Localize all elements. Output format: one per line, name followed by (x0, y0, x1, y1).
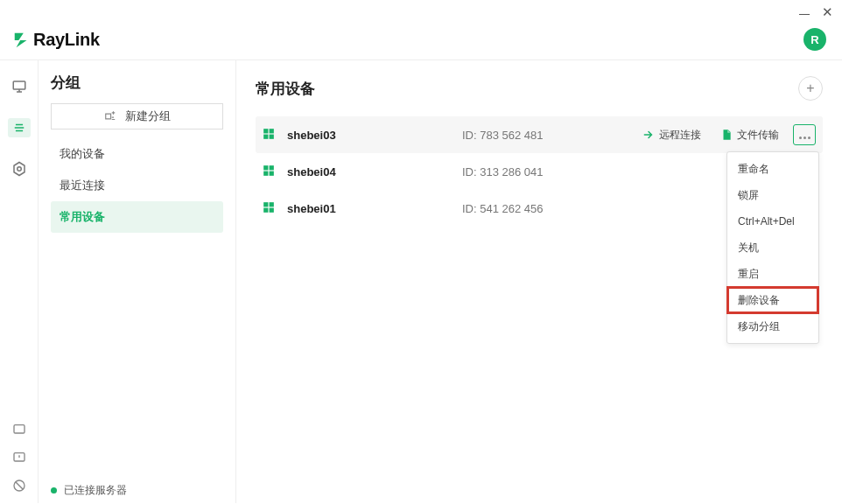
content-area: 常用设备 + shebei03ID: 783 562 481远程连接文件传输重命… (236, 60, 842, 503)
svg-rect-17 (270, 208, 274, 213)
device-row[interactable]: shebei03ID: 783 562 481远程连接文件传输重命名锁屏Ctrl… (256, 116, 823, 153)
remote-connect-button[interactable]: 远程连接 (637, 125, 706, 145)
svg-rect-15 (270, 202, 274, 206)
menu-item-3[interactable]: 关机 (727, 234, 818, 261)
new-group-label: 新建分组 (125, 108, 171, 124)
svg-rect-10 (263, 165, 268, 170)
status-dot-icon (51, 487, 57, 494)
nav-block-icon[interactable] (11, 477, 28, 494)
window-minimize-button[interactable] (799, 14, 810, 15)
user-avatar[interactable]: R (803, 28, 826, 51)
new-group-button[interactable]: 新建分组 (51, 103, 223, 130)
nav-feedback-icon[interactable] (11, 449, 28, 466)
svg-rect-13 (270, 172, 274, 176)
menu-item-0[interactable]: 重命名 (727, 156, 818, 182)
svg-rect-9 (270, 135, 274, 139)
arrow-right-icon (642, 129, 655, 141)
windows-icon (263, 164, 277, 178)
menu-item-1[interactable]: 锁屏 (727, 182, 818, 208)
logo-icon (12, 30, 32, 49)
menu-item-5[interactable]: 删除设备 (727, 287, 818, 313)
app-logo: RayLink (12, 30, 100, 50)
sidebar-item-1[interactable]: 最近连接 (51, 170, 223, 201)
file-transfer-button[interactable]: 文件传输 (715, 125, 784, 145)
sidebar: 分组 新建分组 我的设备最近连接常用设备 已连接服务器 (39, 60, 236, 503)
file-icon (720, 129, 733, 141)
menu-item-6[interactable]: 移动分组 (727, 313, 818, 340)
svg-point-2 (17, 167, 21, 172)
svg-rect-6 (263, 129, 268, 133)
device-name: shebei04 (287, 165, 462, 178)
device-name: shebei01 (287, 202, 462, 215)
sidebar-item-0[interactable]: 我的设备 (51, 138, 223, 170)
nav-desktop-icon[interactable] (11, 78, 28, 95)
nav-list-icon[interactable] (8, 118, 31, 137)
window-close-button[interactable]: ✕ (822, 4, 833, 20)
nav-chat-icon[interactable] (11, 421, 28, 438)
svg-rect-12 (263, 172, 268, 176)
svg-rect-16 (263, 208, 268, 213)
svg-rect-14 (263, 202, 268, 206)
menu-item-4[interactable]: 重启 (727, 261, 818, 287)
svg-rect-0 (13, 81, 25, 89)
windows-icon (263, 201, 277, 215)
menu-item-2[interactable]: Ctrl+Alt+Del (727, 208, 818, 234)
add-device-button[interactable]: + (798, 76, 823, 101)
logo-text: RayLink (33, 30, 100, 50)
svg-rect-8 (263, 135, 268, 139)
app-header: RayLink R (0, 24, 842, 60)
connection-status: 已连接服务器 (51, 483, 127, 498)
svg-rect-7 (270, 129, 274, 133)
svg-marker-1 (14, 163, 25, 176)
sidebar-title: 分组 (51, 73, 223, 93)
windows-icon (263, 128, 277, 142)
nav-settings-icon[interactable] (11, 160, 28, 178)
svg-rect-11 (270, 165, 274, 170)
device-id: ID: 783 562 481 (462, 129, 637, 142)
content-title: 常用设备 (256, 79, 315, 99)
more-actions-button[interactable] (793, 124, 816, 145)
status-text: 已连接服务器 (64, 483, 127, 498)
nav-rail (0, 60, 39, 503)
new-group-icon (104, 110, 116, 122)
context-menu: 重命名锁屏Ctrl+Alt+Del关机重启删除设备移动分组 (726, 151, 819, 344)
device-name: shebei03 (287, 129, 462, 142)
sidebar-item-2[interactable]: 常用设备 (51, 201, 223, 233)
